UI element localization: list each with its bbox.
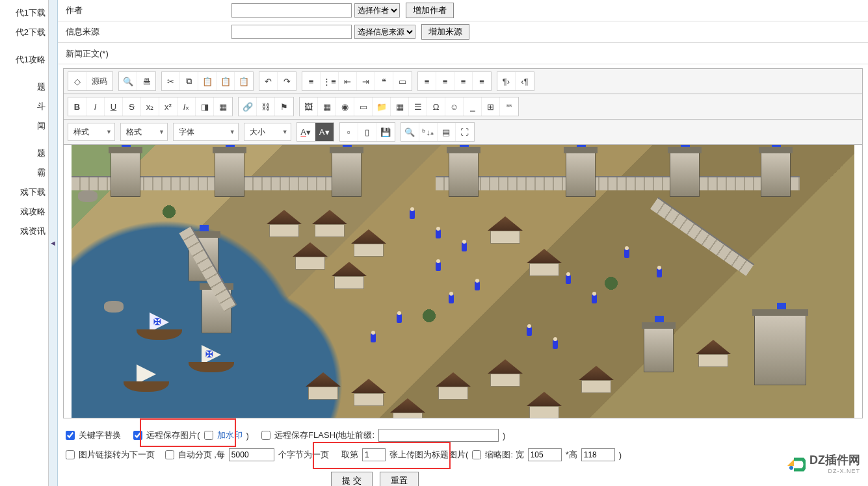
keyword-replace-checkbox[interactable] bbox=[66, 431, 75, 440]
emoji-icon[interactable]: ☺ bbox=[445, 97, 464, 116]
thumb-w-input[interactable] bbox=[528, 448, 562, 461]
paste-word-icon[interactable]: 📋 bbox=[235, 72, 253, 90]
sidebar-collapse[interactable]: ◄ bbox=[49, 0, 58, 486]
editor-content[interactable]: ✠ ✠ bbox=[64, 145, 862, 418]
page-break-icon[interactable]: ⎯ bbox=[464, 97, 482, 116]
take-nth-label: 取第 bbox=[341, 449, 358, 461]
show-blocks-icon[interactable]: ▤ bbox=[438, 123, 456, 141]
unlink-icon[interactable]: ⛓ bbox=[257, 97, 275, 116]
toolbar-row-3: 样式▼ 格式▼ 字体▼ 大小▼ A▾ A▾ ▫ ▯ 💾 🔍 ᵇ↓ₐ ▤ ⛶ bbox=[64, 120, 862, 145]
sidebar-item[interactable]: 戏下载 bbox=[0, 183, 48, 202]
watermark-checkbox[interactable] bbox=[204, 431, 213, 440]
sidebar-item[interactable]: 霸 bbox=[0, 163, 48, 183]
author-input[interactable] bbox=[231, 3, 352, 18]
sidebar-item[interactable]: 闻 bbox=[0, 116, 48, 136]
submit-button[interactable]: 提 交 bbox=[331, 472, 373, 486]
copy-icon[interactable]: ⧉ bbox=[180, 72, 198, 90]
ltr-icon[interactable]: ¶› bbox=[497, 72, 516, 90]
paste-text-icon[interactable]: 📋 bbox=[217, 72, 235, 90]
font-combo[interactable]: 字体▼ bbox=[173, 123, 239, 141]
remote-image-label: 远程保存图片( bbox=[146, 429, 200, 441]
italic-icon[interactable]: I bbox=[86, 97, 105, 116]
add-author-button[interactable]: 增加作者 bbox=[406, 3, 454, 18]
author-select[interactable]: 选择作者 bbox=[354, 3, 400, 18]
format-combo[interactable]: 格式▼ bbox=[120, 123, 168, 141]
keyword-replace-label: 关键字替换 bbox=[79, 429, 121, 441]
flash-icon[interactable]: ▦ bbox=[318, 97, 336, 116]
source-input[interactable] bbox=[231, 25, 352, 39]
strike-icon[interactable]: S bbox=[123, 97, 141, 116]
page-bytes-input[interactable] bbox=[229, 448, 274, 461]
doc-icon[interactable]: ▯ bbox=[358, 123, 376, 141]
thumb-h-input[interactable] bbox=[581, 448, 615, 461]
unordered-list-icon[interactable]: ⋮≡ bbox=[321, 72, 339, 90]
symbol-icon[interactable]: Ω bbox=[427, 97, 445, 116]
rtl-icon[interactable]: ‹¶ bbox=[516, 72, 534, 90]
table-icon[interactable]: ▦ bbox=[391, 97, 409, 116]
indent-icon[interactable]: ⇥ bbox=[357, 72, 375, 90]
align-left-icon[interactable]: ≡ bbox=[418, 72, 436, 90]
remove-format-icon[interactable]: Iₓ bbox=[178, 97, 196, 116]
replace-icon[interactable]: ᵇ↓ₐ bbox=[419, 123, 438, 141]
underline-icon[interactable]: U bbox=[105, 97, 123, 116]
author-row: 作者 选择作者 增加作者 bbox=[58, 0, 868, 21]
thumb-checkbox[interactable] bbox=[472, 450, 481, 459]
anchor-icon[interactable]: ⚑ bbox=[275, 97, 293, 116]
align-justify-icon[interactable]: ≡ bbox=[473, 72, 491, 90]
source-button[interactable]: 源码 bbox=[86, 72, 112, 90]
template-icon[interactable]: ⊞ bbox=[482, 97, 500, 116]
ordered-list-icon[interactable]: ≡ bbox=[302, 72, 321, 90]
iframe-icon[interactable]: ▭ bbox=[354, 97, 373, 116]
source-select[interactable]: 选择信息来源 bbox=[354, 25, 415, 39]
redo-icon[interactable]: ↷ bbox=[278, 72, 296, 90]
undo-icon[interactable]: ↶ bbox=[259, 72, 278, 90]
hr-icon[interactable]: ☰ bbox=[409, 97, 427, 116]
sidebar-item[interactable]: 代1攻略 bbox=[0, 50, 48, 70]
sidebar-item[interactable]: 斗 bbox=[0, 97, 48, 116]
find-icon[interactable]: 🔍 bbox=[401, 123, 419, 141]
file-icon[interactable]: 📁 bbox=[373, 97, 391, 116]
link-icon[interactable]: 🔗 bbox=[239, 97, 257, 116]
align-right-icon[interactable]: ≡ bbox=[454, 72, 473, 90]
sidebar-item[interactable]: 代2下载 bbox=[0, 23, 48, 42]
div-icon[interactable]: ▭ bbox=[393, 72, 412, 90]
superscript-icon[interactable]: x² bbox=[159, 97, 178, 116]
add-source-button[interactable]: 增加来源 bbox=[421, 24, 469, 40]
align-center-icon[interactable]: ≡ bbox=[436, 72, 454, 90]
outdent-icon[interactable]: ⇤ bbox=[339, 72, 357, 90]
sidebar-item[interactable]: 题 bbox=[0, 77, 48, 97]
sidebar-item[interactable]: 题 bbox=[0, 144, 48, 163]
remote-image-checkbox[interactable] bbox=[133, 431, 142, 440]
image-icon[interactable]: 🖼 bbox=[300, 97, 318, 116]
spell-icon[interactable]: ᴮᴿ bbox=[500, 97, 518, 116]
blockquote-icon[interactable]: ❝ bbox=[375, 72, 393, 90]
save-icon[interactable]: 💾 bbox=[376, 123, 395, 141]
cut-icon[interactable]: ✂ bbox=[162, 72, 180, 90]
img-link-next-checkbox[interactable] bbox=[66, 450, 75, 459]
watermark-link[interactable]: 加水印 bbox=[217, 429, 243, 441]
nth-input[interactable] bbox=[362, 448, 386, 461]
style-combo[interactable]: 样式▼ bbox=[68, 123, 115, 141]
bold-icon[interactable]: B bbox=[68, 97, 86, 116]
media-icon[interactable]: ◉ bbox=[336, 97, 354, 116]
sidebar-item[interactable]: 代1下载 bbox=[0, 3, 48, 23]
auto-page-checkbox[interactable] bbox=[165, 450, 174, 459]
eraser-icon[interactable]: ◨ bbox=[196, 97, 214, 116]
source-icon[interactable]: ◇ bbox=[68, 72, 86, 90]
print-icon[interactable]: 🖶 bbox=[137, 72, 155, 90]
new-page-icon[interactable]: ▫ bbox=[340, 123, 358, 141]
paste-icon[interactable]: 📋 bbox=[198, 72, 217, 90]
options-row-2: 图片链接转为下一页 自动分页 ,每 个字节为一页 取第 张上传图为标题图片( 缩… bbox=[58, 446, 868, 465]
maximize-icon[interactable]: ⛶ bbox=[456, 123, 474, 141]
font-color-icon[interactable]: A▾ bbox=[297, 123, 315, 141]
preview-icon[interactable]: 🔍 bbox=[119, 72, 137, 90]
bg-color-icon[interactable]: A▾ bbox=[315, 123, 334, 141]
subscript-icon[interactable]: x₂ bbox=[141, 97, 159, 116]
reset-button[interactable]: 重置 bbox=[380, 472, 419, 486]
remote-flash-checkbox[interactable] bbox=[261, 431, 270, 440]
sidebar-item[interactable]: 戏攻略 bbox=[0, 202, 48, 222]
sidebar-item[interactable]: 戏资讯 bbox=[0, 222, 48, 241]
size-combo[interactable]: 大小▼ bbox=[244, 123, 291, 141]
flash-prefix-input[interactable] bbox=[378, 429, 499, 442]
select-all-icon[interactable]: ▦ bbox=[214, 97, 232, 116]
